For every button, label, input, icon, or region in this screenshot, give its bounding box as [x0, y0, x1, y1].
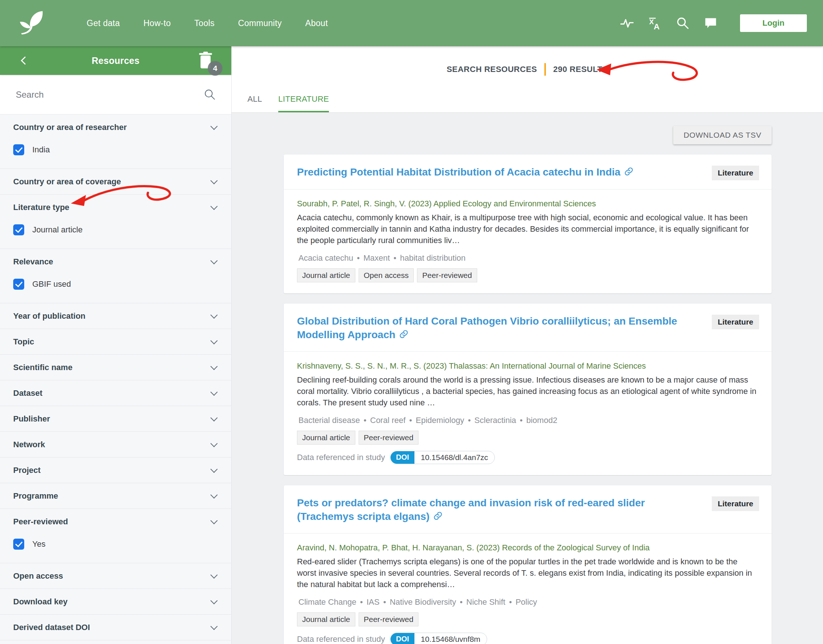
filter-section-programme: Programme	[0, 483, 231, 509]
result-citation: Aravind, N. Mohopatra, P. Bhat, H. Naray…	[297, 543, 759, 553]
filter-header[interactable]: Country or area of coverage	[13, 169, 216, 194]
nav-item-tools[interactable]: Tools	[194, 18, 215, 28]
filter-header[interactable]: Download key	[13, 589, 216, 614]
result-abstract: Acacia catechu, commonly known as Khair,…	[297, 212, 759, 246]
filter-section-literature-type: Literature type Journal article	[0, 195, 231, 249]
filter-title: Relevance	[13, 257, 53, 267]
option-label[interactable]: Yes	[32, 539, 46, 549]
app-body: Resources 4 Country or area of researche	[0, 46, 823, 644]
sidebar-search-row	[0, 75, 231, 115]
peer-reviewed-yes-checkbox[interactable]	[13, 539, 24, 550]
filter-section-doi: DOI	[0, 640, 231, 644]
result-citation: Krishnaveny, S. S., S. N., M. R., S. (20…	[297, 361, 759, 371]
filter-section-publisher: Publisher	[0, 406, 231, 432]
filter-header[interactable]: Scientific name	[13, 355, 216, 380]
clear-filters-button[interactable]: 4	[198, 51, 218, 72]
results-header-separator	[544, 63, 546, 76]
result-title-link[interactable]: Global Distribution of Hard Coral Pathog…	[297, 315, 701, 343]
result-abstract: Red-eared slider (Trachemys scripta eleg…	[297, 556, 759, 590]
svg-text:X: X	[649, 18, 654, 26]
doi-row-label: Data referenced in study	[297, 635, 385, 644]
result-title-link[interactable]: Pets or predators? climate change and in…	[297, 497, 701, 524]
filter-section-topic: Topic	[0, 329, 231, 355]
filter-header[interactable]: Open access	[13, 563, 216, 589]
doi-tag: DOI	[391, 633, 415, 644]
link-icon[interactable]	[624, 166, 634, 180]
doi-value: 10.15468/uvnf8m	[414, 633, 486, 644]
chevron-down-icon	[210, 363, 218, 370]
filter-title: Peer-reviewed	[13, 517, 68, 526]
result-title-link[interactable]: Predicting Potential Habitat Distributio…	[297, 166, 701, 180]
search-icon[interactable]	[676, 16, 690, 31]
filter-title: Derived dataset DOI	[13, 623, 90, 632]
nav-item-get-data[interactable]: Get data	[87, 18, 120, 28]
gbif-used-checkbox[interactable]	[13, 279, 24, 290]
chip-open-access: Open access	[359, 268, 414, 282]
journal-article-checkbox[interactable]	[13, 224, 24, 235]
doi-link[interactable]: DOI 10.15468/dl.4an7zc	[390, 451, 495, 464]
chevron-down-icon	[210, 257, 218, 264]
filter-header[interactable]: Country or area of researcher	[13, 115, 216, 140]
filter-header[interactable]: Literature type	[13, 195, 216, 220]
filter-header[interactable]: Publisher	[13, 406, 216, 431]
result-card: Predicting Potential Habitat Distributio…	[284, 155, 772, 293]
doi-link[interactable]: DOI 10.15468/uvnf8m	[390, 633, 487, 644]
chevron-down-icon	[210, 203, 218, 210]
doi-row: Data referenced in study DOI 10.15468/dl…	[297, 451, 759, 464]
india-checkbox[interactable]	[13, 144, 24, 155]
chat-icon[interactable]	[703, 16, 718, 31]
nav-item-how-to[interactable]: How-to	[144, 18, 171, 28]
option-label[interactable]: India	[32, 145, 50, 155]
nav-item-about[interactable]: About	[305, 18, 328, 28]
filter-title: Network	[13, 440, 45, 449]
filter-header[interactable]: DOI	[13, 640, 216, 644]
chevron-down-icon	[210, 388, 218, 396]
result-keywords: Bacterial diseaseCoral reefEpidemiologyS…	[297, 416, 759, 425]
chevron-down-icon	[210, 623, 218, 630]
chip-peer-reviewed: Peer-reviewed	[359, 612, 418, 626]
filter-header[interactable]: Programme	[13, 483, 216, 509]
nav-item-community[interactable]: Community	[238, 18, 282, 28]
top-nav: Get data How-to Tools Community About X …	[0, 0, 823, 46]
filter-option-gbif-used: GBIF used	[13, 274, 216, 303]
tab-label: LITERATURE	[278, 94, 329, 104]
filter-header[interactable]: Derived dataset DOI	[13, 615, 216, 640]
gbif-logo-icon[interactable]	[16, 6, 51, 41]
download-tsv-button[interactable]: DOWNLOAD AS TSV	[673, 126, 772, 144]
filter-header[interactable]: Relevance	[13, 249, 216, 274]
chevron-down-icon	[210, 123, 218, 130]
filter-title: Country or area of coverage	[13, 177, 121, 187]
filter-header[interactable]: Peer-reviewed	[13, 509, 216, 534]
filter-section-open-access: Open access	[0, 563, 231, 589]
results-content: DOWNLOAD AS TSV Predicting Potential Hab…	[231, 113, 823, 644]
option-label[interactable]: GBIF used	[32, 279, 71, 289]
filter-title: Literature type	[13, 203, 69, 212]
chevron-down-icon	[210, 440, 218, 447]
back-chevron-icon[interactable]	[18, 53, 32, 68]
result-chips: Journal article Open access Peer-reviewe…	[297, 268, 759, 282]
option-label[interactable]: Journal article	[32, 225, 83, 235]
tab-literature[interactable]: LITERATURE	[270, 92, 337, 112]
sidebar-search-icon[interactable]	[203, 88, 216, 101]
link-icon[interactable]	[433, 511, 443, 524]
tab-all[interactable]: ALL	[239, 92, 270, 112]
chevron-down-icon	[210, 491, 218, 498]
results-toolbar: DOWNLOAD AS TSV	[284, 126, 772, 144]
link-icon[interactable]	[399, 329, 409, 343]
chevron-down-icon	[210, 571, 218, 579]
doi-row-label: Data referenced in study	[297, 453, 385, 462]
result-card: Pets or predators? climate change and in…	[284, 485, 772, 644]
filter-header[interactable]: Year of publication	[13, 303, 216, 329]
filter-header[interactable]: Network	[13, 432, 216, 457]
filter-header[interactable]: Topic	[13, 329, 216, 354]
filter-section-network: Network	[0, 432, 231, 457]
result-keywords: Acacia catechuMaxenthabitat distribution	[297, 253, 759, 263]
login-button[interactable]: Login	[740, 14, 807, 32]
filter-option-journal-article: Journal article	[13, 220, 216, 248]
activity-icon[interactable]	[620, 16, 634, 31]
filter-header[interactable]: Project	[13, 457, 216, 483]
filter-header[interactable]: Dataset	[13, 380, 216, 406]
sidebar-search-input[interactable]	[16, 90, 203, 100]
translate-icon[interactable]: X A	[648, 16, 662, 31]
active-filter-count-badge: 4	[208, 61, 222, 76]
